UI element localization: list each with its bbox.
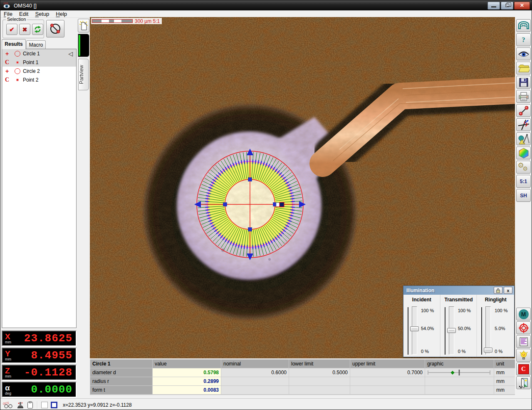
- menu-help[interactable]: Help: [52, 10, 70, 18]
- c-icon: C: [2, 77, 12, 83]
- lamp-icon: [519, 350, 528, 360]
- table-header-unit: unit: [494, 360, 517, 368]
- construction-tool-button[interactable]: [516, 132, 531, 145]
- pin-button[interactable]: [494, 287, 502, 294]
- macro-m-button[interactable]: M: [516, 308, 531, 321]
- form-value-cell[interactable]: 0.0083: [153, 386, 221, 394]
- table-header-graphic: graphic: [425, 360, 494, 368]
- open-folder-icon: [518, 64, 530, 73]
- menu-setup[interactable]: Setup: [32, 10, 52, 18]
- radius-lower-cell[interactable]: [289, 377, 350, 385]
- padlock-icon: [496, 288, 500, 293]
- slider-track: [481, 307, 482, 355]
- settings-gears-button[interactable]: ⚙ ⚙: [516, 161, 531, 174]
- x-value: 23.8625: [20, 332, 72, 345]
- list-item-circle1[interactable]: + Circle 1 ◁: [2, 49, 76, 58]
- table-row-name: radius r: [90, 377, 152, 385]
- save-button[interactable]: [516, 76, 531, 89]
- table-row-name: form t: [90, 386, 152, 394]
- form-upper-cell[interactable]: [350, 386, 425, 394]
- table-header-name: Circle 1: [90, 360, 152, 368]
- radius-value-cell[interactable]: 0.2899: [153, 377, 221, 385]
- close-icon: ✕: [520, 2, 524, 8]
- diameter-value-cell[interactable]: 0.5798: [153, 368, 221, 377]
- unit-cell: mm: [494, 377, 517, 385]
- clear-c-button[interactable]: C: [516, 363, 531, 375]
- svg-text:UHL: UHL: [520, 24, 527, 27]
- radius-upper-cell[interactable]: [350, 377, 425, 385]
- axes-icon: [518, 119, 530, 130]
- distance-tool-button[interactable]: [516, 104, 531, 117]
- tab-results[interactable]: Results: [2, 39, 26, 49]
- uhl-logo-icon: UHL: [518, 21, 530, 30]
- check-icon: ✔: [9, 26, 15, 33]
- open-button[interactable]: [516, 62, 531, 75]
- tolerance-graphic-cell: [425, 386, 494, 394]
- list-item-circle2[interactable]: + Circle 2: [2, 67, 76, 75]
- incident-channel: Incident 100 % 54.0% 0 %: [403, 295, 440, 357]
- circle-icon: [15, 51, 20, 57]
- scale-bar: 300 µm 5:1: [91, 18, 162, 24]
- incident-slider-thumb[interactable]: [410, 326, 419, 331]
- close-button[interactable]: ✕: [514, 2, 530, 10]
- color-settings-button[interactable]: [516, 147, 531, 159]
- status-bar: OCS x=22.3523 y=9.0912 z=-0.1128: [0, 399, 532, 410]
- radius-nominal-cell[interactable]: [221, 377, 289, 385]
- axes-tool-button[interactable]: [516, 118, 531, 131]
- live-image-button[interactable]: [516, 47, 531, 60]
- transmitted-value: 50.0%: [458, 326, 471, 331]
- y-value: 8.4955: [20, 349, 72, 362]
- zoom-ratio-button[interactable]: 5:1: [516, 175, 531, 188]
- point-icon: [16, 61, 19, 64]
- restore-button[interactable]: [501, 2, 513, 10]
- tab-video[interactable]: Video: [78, 34, 89, 57]
- new-page-button[interactable]: [78, 19, 89, 32]
- refresh-icon: [34, 25, 42, 33]
- diameter-upper-cell[interactable]: 0.7000: [350, 368, 425, 377]
- target-button[interactable]: [516, 321, 531, 334]
- list-item-point1[interactable]: C Point 1: [2, 58, 76, 67]
- alpha-value: 0.0000: [20, 383, 72, 396]
- circle-tool-icon: [49, 22, 62, 35]
- current-item-marker-icon: ◁: [68, 50, 73, 57]
- exit-button[interactable]: [516, 376, 531, 389]
- reject-button[interactable]: ✖: [19, 24, 30, 35]
- circle-tool-button[interactable]: [46, 20, 64, 37]
- help-button[interactable]: ?: [516, 33, 531, 46]
- form-nominal-cell[interactable]: [221, 386, 289, 394]
- illumination-close-button[interactable]: x: [504, 287, 512, 294]
- status-separator: [37, 401, 37, 409]
- ringlight-channel: Ringlight 100 % 5.0% 0 %: [477, 295, 514, 357]
- ringlight-slider-thumb[interactable]: [484, 348, 492, 353]
- diameter-lower-cell[interactable]: 0.5000: [289, 368, 350, 377]
- accept-button[interactable]: ✔: [6, 24, 17, 35]
- c-square-icon: C: [518, 364, 529, 374]
- ocs-logo-icon: OCS: [3, 402, 14, 408]
- sh-button[interactable]: SH: [516, 189, 531, 202]
- uhl-logo-button[interactable]: UHL: [516, 19, 531, 32]
- refresh-button[interactable]: [32, 24, 43, 35]
- report-button[interactable]: [516, 335, 531, 348]
- minimize-button[interactable]: [487, 2, 500, 10]
- tab-macro[interactable]: Macro: [26, 40, 46, 49]
- illumination-button[interactable]: [516, 349, 531, 362]
- table-header-lower: lower limit: [289, 360, 350, 368]
- z-coordinate-display: Zmm -0.1128: [2, 365, 77, 380]
- exit-door-icon: [518, 378, 529, 388]
- tab-partview[interactable]: Partview: [78, 59, 89, 90]
- gears-icon: ⚙ ⚙: [518, 162, 530, 173]
- printer-icon: [518, 92, 529, 102]
- diameter-nominal-cell[interactable]: 0.6000: [221, 368, 289, 377]
- application-window: OMS OMS40 [] ✕ File Edit Setup Help Sele…: [0, 0, 532, 410]
- print-button[interactable]: [516, 90, 531, 103]
- scale-bar-label: 300 µm 5:1: [135, 18, 160, 24]
- table-header-value: value: [153, 360, 221, 368]
- white-box-indicator: [41, 402, 48, 408]
- transmitted-slider-thumb[interactable]: [447, 328, 456, 333]
- illumination-panel: Illumination x Incident 100 % 54.0%: [403, 286, 515, 357]
- form-lower-cell[interactable]: [289, 386, 350, 394]
- illumination-titlebar[interactable]: Illumination x: [403, 286, 514, 295]
- video-image-area[interactable]: 300 µm 5:1 Illumination x Incident: [90, 17, 515, 358]
- y-coordinate-display: Ymm 8.4955: [2, 348, 77, 363]
- list-item-point2[interactable]: C Point 2: [2, 75, 76, 84]
